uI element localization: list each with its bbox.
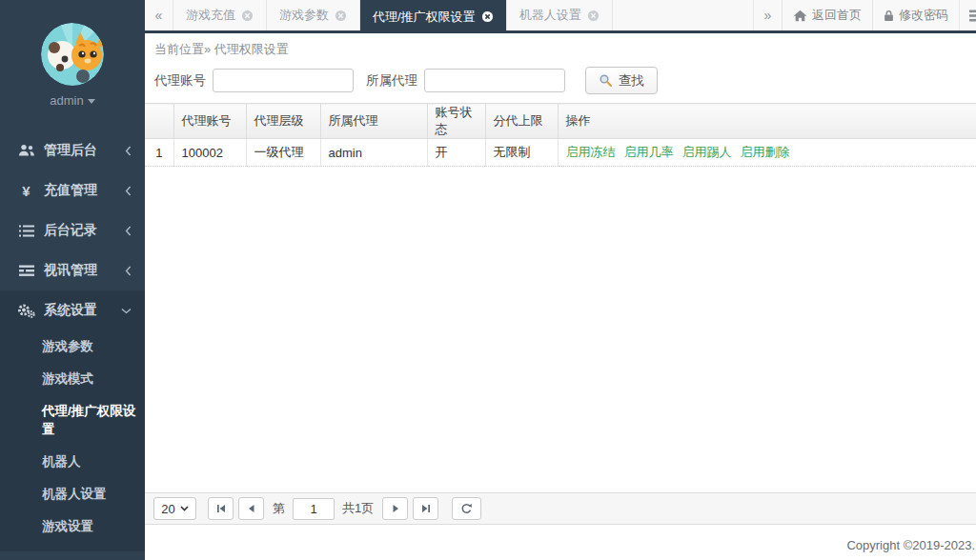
cell-rownum: 1 xyxy=(145,139,173,167)
profile-block: admin xyxy=(0,0,145,117)
submenu-item-agent-permissions[interactable]: 代理/推广权限设置 xyxy=(0,395,145,445)
chevron-down-icon xyxy=(180,506,189,511)
enable-delete-link[interactable]: 启用删除 xyxy=(741,145,790,159)
last-page-button[interactable] xyxy=(413,497,438,520)
next-page-button[interactable] xyxy=(382,497,408,520)
search-icon xyxy=(599,73,613,88)
sidebar-submenu: 游戏参数 游戏模式 代理/推广权限设置 机器人 机器人设置 游戏设置 xyxy=(0,330,145,544)
agents-table: 代理账号 代理层级 所属代理 账号状态 分代上限 操作 1 100002 一级代… xyxy=(145,103,976,167)
gears-icon xyxy=(17,303,35,318)
refresh-button[interactable] xyxy=(452,497,481,520)
submenu-item-game-settings[interactable]: 游戏设置 xyxy=(0,510,145,543)
sidebar-item-recharge[interactable]: ¥ 充值管理 xyxy=(0,170,145,210)
grid-empty-area xyxy=(145,167,976,492)
app-screen: admin 管理后台 ¥ 充值管理 后台记录 xyxy=(0,0,976,560)
cell-account-status: 开 xyxy=(427,139,485,167)
page-size-select[interactable]: 20 xyxy=(153,497,196,520)
home-label: 返回首页 xyxy=(812,7,862,24)
header-rownum xyxy=(145,104,173,139)
tab-agent-permissions[interactable]: 代理/推广权限设置 xyxy=(360,0,507,33)
change-password-button[interactable]: 修改密码 xyxy=(872,0,959,30)
header-generation-cap[interactable]: 分代上限 xyxy=(485,104,558,139)
table-header-row: 代理账号 代理层级 所属代理 账号状态 分代上限 操作 xyxy=(145,104,976,139)
chevron-down-icon xyxy=(121,308,132,314)
tab-robot-settings[interactable]: 机器人设置 xyxy=(507,0,613,30)
parent-agent-label: 所属代理 xyxy=(366,72,417,90)
page-size-value: 20 xyxy=(161,502,174,516)
tab-label: 代理/推广权限设置 xyxy=(373,9,476,26)
avatar xyxy=(41,23,104,86)
submenu-item-game-params[interactable]: 游戏参数 xyxy=(0,330,145,363)
home-icon xyxy=(793,10,807,22)
chevron-left-icon xyxy=(125,146,132,156)
submenu-item-robot[interactable]: 机器人 xyxy=(0,446,145,478)
header-agent-account[interactable]: 代理账号 xyxy=(173,104,246,139)
header-actions: 操作 xyxy=(558,104,976,139)
tab-label: 游戏参数 xyxy=(279,7,329,24)
avatar-image xyxy=(41,23,104,86)
breadcrumb: 当前位置» 代理权限设置 xyxy=(145,33,976,60)
submenu-item-game-mode[interactable]: 游戏模式 xyxy=(0,363,145,395)
close-icon[interactable] xyxy=(335,10,347,22)
breadcrumb-current: 代理权限设置 xyxy=(214,42,289,56)
close-icon[interactable] xyxy=(587,10,600,22)
tab-game-recharge[interactable]: 游戏充值 xyxy=(173,0,267,30)
enable-kick-link[interactable]: 启用踢人 xyxy=(682,145,732,159)
breadcrumb-prefix: 当前位置» xyxy=(154,42,211,56)
sidebar-item-label: 系统设置 xyxy=(44,302,121,319)
close-icon[interactable] xyxy=(241,10,254,22)
sidebar-item-video-management[interactable]: 视讯管理 xyxy=(0,250,145,290)
cell-generation-cap: 无限制 xyxy=(485,139,558,167)
home-button[interactable]: 返回首页 xyxy=(782,0,872,30)
sidebar-item-label: 充值管理 xyxy=(44,182,125,199)
copyright-text: Copyright ©2019-2023. xyxy=(846,538,975,552)
caret-down-icon xyxy=(88,99,95,104)
find-button[interactable]: 查找 xyxy=(585,67,658,94)
tabs-scroll-left-button[interactable]: « xyxy=(145,0,173,30)
menu-list-button[interactable] xyxy=(959,0,976,30)
enable-freeze-link[interactable]: 启用冻结 xyxy=(566,145,616,159)
lock-icon xyxy=(884,10,894,22)
user-dropdown[interactable]: admin xyxy=(0,93,145,108)
users-icon xyxy=(17,144,35,157)
yen-icon: ¥ xyxy=(17,184,35,198)
sidebar-item-label: 视讯管理 xyxy=(44,262,125,279)
tab-label: 游戏充值 xyxy=(186,7,235,24)
parent-agent-input[interactable] xyxy=(424,69,565,92)
footer: Copyright ©2019-2023. xyxy=(145,525,976,560)
sidebar-item-system-settings[interactable]: 系统设置 xyxy=(0,290,145,330)
sidebar-item-label: 管理后台 xyxy=(44,142,125,159)
enable-odds-link[interactable]: 启用几率 xyxy=(624,145,674,159)
prev-page-button[interactable] xyxy=(238,497,264,520)
hamburger-icon xyxy=(969,10,976,22)
tab-bar: « 游戏充值 游戏参数 代理/推广权限设置 机器人设置 » 返回 xyxy=(145,0,976,33)
total-pages-label: 共1页 xyxy=(342,500,374,517)
header-account-status[interactable]: 账号状态 xyxy=(427,104,485,139)
first-page-button[interactable] xyxy=(208,497,234,520)
header-agent-level[interactable]: 代理层级 xyxy=(246,104,320,139)
list-icon xyxy=(17,225,35,237)
tab-game-params[interactable]: 游戏参数 xyxy=(267,0,360,30)
username-label: admin xyxy=(50,93,83,108)
chevron-left-icon xyxy=(125,186,132,196)
tab-label: 机器人设置 xyxy=(519,7,581,24)
tabs-scroll-right-button[interactable]: » xyxy=(753,0,782,30)
video-list-icon xyxy=(17,265,35,277)
password-label: 修改密码 xyxy=(899,7,948,24)
table-row[interactable]: 1 100002 一级代理 admin 开 无限制 启用冻结启用几率启用踢人启用… xyxy=(145,139,976,167)
header-parent-agent[interactable]: 所属代理 xyxy=(320,104,427,139)
close-icon[interactable] xyxy=(481,10,494,23)
chevron-left-icon xyxy=(125,226,132,236)
agent-account-input[interactable] xyxy=(213,69,354,92)
sidebar-menu: 管理后台 ¥ 充值管理 后台记录 视讯管理 xyxy=(0,130,145,551)
cell-actions: 启用冻结启用几率启用踢人启用删除 xyxy=(558,139,976,167)
search-form: 代理账号 所属代理 查找 xyxy=(145,60,976,103)
page-number-input[interactable] xyxy=(293,498,335,520)
sidebar: admin 管理后台 ¥ 充值管理 后台记录 xyxy=(0,0,145,560)
sidebar-item-admin-backend[interactable]: 管理后台 xyxy=(0,130,145,170)
main-content: « 游戏充值 游戏参数 代理/推广权限设置 机器人设置 » 返回 xyxy=(145,0,976,560)
tabbar-spacer xyxy=(613,0,753,30)
cell-agent-account: 100002 xyxy=(173,139,246,167)
sidebar-item-backend-records[interactable]: 后台记录 xyxy=(0,210,145,250)
submenu-item-robot-settings[interactable]: 机器人设置 xyxy=(0,478,145,510)
